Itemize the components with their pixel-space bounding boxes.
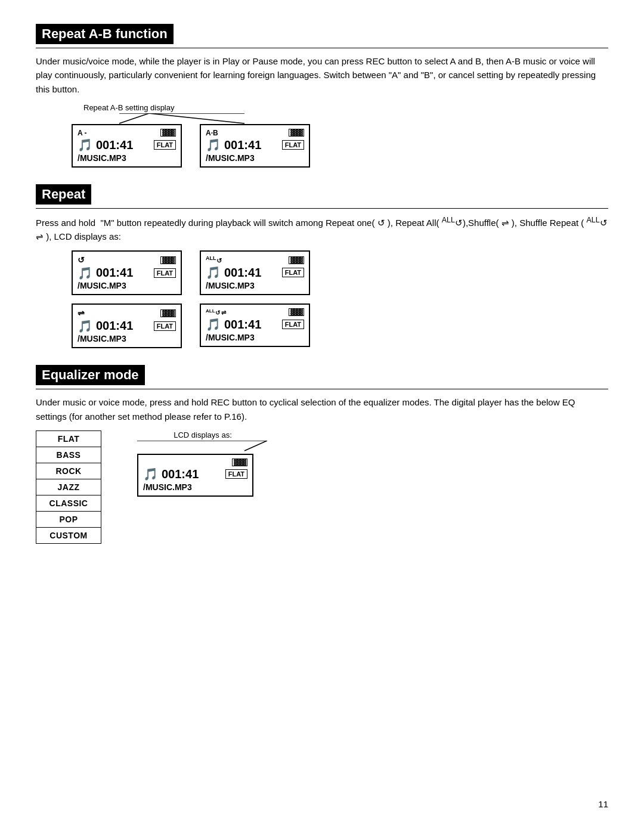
note-icon-4: 🎵: [206, 267, 221, 278]
note-icon-6: 🎵: [206, 318, 221, 330]
repeat-body: Press and hold "M" button repeatedly dur…: [36, 215, 608, 244]
repeat-display-row1: ↺ ▓▓▓▓ 🎵 001:41 FLAT /MUSIC.MP3 ALL↺ ▓▓▓…: [36, 250, 608, 295]
eq-connector: [137, 441, 268, 451]
lcd-eq-mode: ▓▓▓▓ 🎵 001:41 FLAT /MUSIC.MP3: [137, 454, 253, 497]
repeat-display-row2: ⇌ ▓▓▓▓ 🎵 001:41 FLAT /MUSIC.MP3 ALL↺ ⇌ ▓…: [36, 303, 608, 348]
lcd-middle-ab: 🎵 001:41 FLAT: [206, 138, 304, 152]
lcd-middle-a: 🎵 001:41 FLAT: [78, 138, 176, 152]
eq-lcd-display: ▓▓▓▓ 🎵 001:41 FLAT /MUSIC.MP3: [137, 454, 268, 497]
table-row: CLASSIC: [36, 495, 101, 511]
repeat-ab-displays: Repeat A-B setting display A - ▓▓▓▓ 🎵 00…: [36, 103, 608, 168]
table-row: POP: [36, 511, 101, 527]
note-icon-5: 🎵: [78, 320, 92, 332]
repeat-ab-display-row: A - ▓▓▓▓ 🎵 001:41 FLAT /MUSIC.MP3 A·B ▓▓…: [36, 124, 608, 168]
eq-display-area: LCD displays as: ▓▓▓▓ 🎵: [125, 430, 268, 497]
lcd-display-ab: A·B ▓▓▓▓ 🎵 001:41 FLAT /MUSIC.MP3: [200, 124, 310, 168]
lcd-top-ab: A·B ▓▓▓▓: [206, 129, 304, 137]
note-icon-2: 🎵: [206, 139, 221, 151]
repeat-ab-annotation: Repeat A-B setting display: [83, 103, 174, 112]
table-row: ROCK: [36, 463, 101, 479]
equalizer-layout: FLAT BASS ROCK JAZZ CLASSIC POP CUSTOM L…: [36, 430, 608, 544]
repeat-title: Repeat: [36, 184, 608, 208]
table-row: FLAT: [36, 430, 101, 447]
connector-lines: [72, 113, 328, 124]
lcd-repeat-one: ↺ ▓▓▓▓ 🎵 001:41 FLAT /MUSIC.MP3: [72, 250, 182, 295]
eq-modes-table: FLAT BASS ROCK JAZZ CLASSIC POP CUSTOM: [36, 430, 101, 544]
table-row: JAZZ: [36, 479, 101, 495]
repeat-ab-title: Repeat A-B function: [36, 24, 608, 48]
eq-modes-table-container: FLAT BASS ROCK JAZZ CLASSIC POP CUSTOM: [36, 430, 101, 544]
svg-line-1: [149, 113, 244, 123]
repeat-section: Repeat Press and hold "M" button repeate…: [36, 184, 608, 349]
lcd-top-a: A - ▓▓▓▓: [78, 129, 176, 137]
lcd-shuffle-repeat: ALL↺ ⇌ ▓▓▓▓ 🎵 001:41 FLAT /MUSIC.MP3: [200, 303, 310, 346]
note-icon-3: 🎵: [78, 267, 92, 279]
repeat-ab-body: Under music/voice mode, while the player…: [36, 54, 608, 96]
equalizer-body: Under music or voice mode, press and hol…: [36, 395, 608, 423]
equalizer-section: Equalizer mode Under music or voice mode…: [36, 365, 608, 544]
lcd-shuffle: ⇌ ▓▓▓▓ 🎵 001:41 FLAT /MUSIC.MP3: [72, 303, 182, 348]
svg-line-0: [119, 113, 149, 123]
lcd-repeat-all: ALL↺ ▓▓▓▓ 🎵 001:41 FLAT /MUSIC.MP3: [200, 250, 310, 295]
lcd-display-a: A - ▓▓▓▓ 🎵 001:41 FLAT /MUSIC.MP3: [72, 124, 182, 168]
svg-line-4: [244, 441, 267, 451]
note-icon: 🎵: [78, 139, 92, 151]
page-number: 11: [598, 799, 608, 809]
note-icon-7: 🎵: [143, 468, 158, 480]
table-row: BASS: [36, 447, 101, 463]
equalizer-title: Equalizer mode: [36, 365, 608, 389]
eq-annotation: LCD displays as:: [174, 430, 232, 439]
table-row: CUSTOM: [36, 527, 101, 543]
repeat-ab-section: Repeat A-B function Under music/voice mo…: [36, 24, 608, 168]
